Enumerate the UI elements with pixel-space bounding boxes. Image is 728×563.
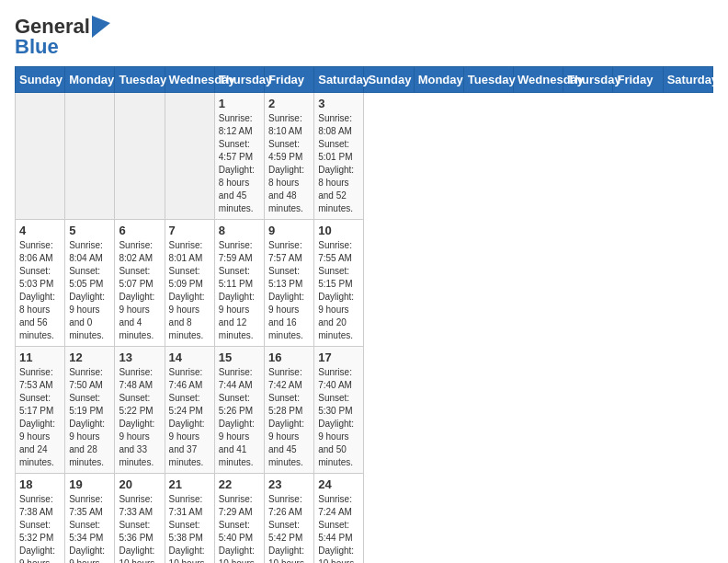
day-content: Sunrise: 7:50 AMSunset: 5:19 PMDaylight:… <box>69 366 110 469</box>
day-header-thursday: Thursday <box>214 67 264 93</box>
day-number: 15 <box>219 350 260 364</box>
calendar-cell: 17Sunrise: 7:40 AMSunset: 5:30 PMDayligh… <box>314 347 364 474</box>
day-content: Sunrise: 8:10 AMSunset: 4:59 PMDaylight:… <box>268 112 310 215</box>
day-number: 11 <box>19 350 61 364</box>
day-header-monday: Monday <box>65 67 115 93</box>
day-content: Sunrise: 7:57 AMSunset: 5:13 PMDaylight:… <box>268 239 310 342</box>
day-number: 17 <box>318 350 359 364</box>
day-content: Sunrise: 7:40 AMSunset: 5:30 PMDaylight:… <box>318 366 359 469</box>
day-header-saturday: Saturday <box>314 67 364 93</box>
calendar-cell: 13Sunrise: 7:48 AMSunset: 5:22 PMDayligh… <box>115 347 165 474</box>
day-content: Sunrise: 7:29 AMSunset: 5:40 PMDaylight:… <box>219 493 260 563</box>
calendar-cell: 22Sunrise: 7:29 AMSunset: 5:40 PMDayligh… <box>214 474 264 564</box>
day-content: Sunrise: 7:24 AMSunset: 5:44 PMDaylight:… <box>318 493 359 563</box>
day-header-wednesday: Wednesday <box>165 67 214 93</box>
calendar-cell: 19Sunrise: 7:35 AMSunset: 5:34 PMDayligh… <box>65 474 115 564</box>
logo: General Blue <box>15 15 110 59</box>
day-content: Sunrise: 7:59 AMSunset: 5:11 PMDaylight:… <box>219 239 260 342</box>
day-number: 1 <box>219 97 260 110</box>
day-number: 21 <box>169 477 210 491</box>
calendar-cell: 16Sunrise: 7:42 AMSunset: 5:28 PMDayligh… <box>265 347 314 474</box>
day-number: 19 <box>69 477 110 491</box>
day-header-sunday: Sunday <box>16 67 65 93</box>
day-number: 24 <box>318 477 359 491</box>
day-content: Sunrise: 7:48 AMSunset: 5:22 PMDaylight:… <box>119 366 160 469</box>
day-content: Sunrise: 7:44 AMSunset: 5:26 PMDaylight:… <box>219 366 260 469</box>
weekday-header-sunday: Sunday <box>364 67 414 93</box>
calendar-cell <box>65 93 115 220</box>
calendar-cell: 9Sunrise: 7:57 AMSunset: 5:13 PMDaylight… <box>265 220 314 347</box>
calendar-cell: 23Sunrise: 7:26 AMSunset: 5:42 PMDayligh… <box>265 474 314 564</box>
day-number: 13 <box>119 350 160 364</box>
day-content: Sunrise: 7:42 AMSunset: 5:28 PMDaylight:… <box>268 366 310 469</box>
day-number: 18 <box>19 477 61 491</box>
weekday-header-thursday: Thursday <box>563 67 613 93</box>
day-content: Sunrise: 7:46 AMSunset: 5:24 PMDaylight:… <box>169 366 210 469</box>
calendar-cell: 15Sunrise: 7:44 AMSunset: 5:26 PMDayligh… <box>214 347 264 474</box>
day-number: 5 <box>69 224 110 237</box>
day-content: Sunrise: 8:08 AMSunset: 5:01 PMDaylight:… <box>318 112 359 215</box>
calendar-cell: 12Sunrise: 7:50 AMSunset: 5:19 PMDayligh… <box>65 347 115 474</box>
calendar-cell <box>16 93 65 220</box>
calendar-cell <box>165 93 214 220</box>
weekday-header-monday: Monday <box>414 67 463 93</box>
day-header-friday: Friday <box>265 67 314 93</box>
day-number: 8 <box>219 224 260 237</box>
day-header-tuesday: Tuesday <box>115 67 165 93</box>
weekday-header-friday: Friday <box>613 67 663 93</box>
calendar-cell: 20Sunrise: 7:33 AMSunset: 5:36 PMDayligh… <box>115 474 165 564</box>
calendar-cell: 18Sunrise: 7:38 AMSunset: 5:32 PMDayligh… <box>16 474 65 564</box>
day-content: Sunrise: 8:12 AMSunset: 4:57 PMDaylight:… <box>219 112 260 215</box>
calendar-week-row: 18Sunrise: 7:38 AMSunset: 5:32 PMDayligh… <box>16 474 713 564</box>
day-number: 14 <box>169 350 210 364</box>
calendar-cell: 14Sunrise: 7:46 AMSunset: 5:24 PMDayligh… <box>165 347 214 474</box>
day-number: 20 <box>119 477 160 491</box>
day-number: 7 <box>169 224 210 237</box>
calendar-cell: 7Sunrise: 8:01 AMSunset: 5:09 PMDaylight… <box>165 220 214 347</box>
day-content: Sunrise: 7:26 AMSunset: 5:42 PMDaylight:… <box>268 493 310 563</box>
calendar-cell: 5Sunrise: 8:04 AMSunset: 5:05 PMDaylight… <box>65 220 115 347</box>
page-header: General Blue <box>15 15 713 59</box>
day-content: Sunrise: 7:55 AMSunset: 5:15 PMDaylight:… <box>318 239 359 342</box>
calendar-header-row: SundayMondayTuesdayWednesdayThursdayFrid… <box>16 67 713 93</box>
calendar-cell: 3Sunrise: 8:08 AMSunset: 5:01 PMDaylight… <box>314 93 364 220</box>
calendar-cell: 24Sunrise: 7:24 AMSunset: 5:44 PMDayligh… <box>314 474 364 564</box>
day-number: 6 <box>119 224 160 237</box>
day-number: 23 <box>268 477 310 491</box>
calendar-cell: 10Sunrise: 7:55 AMSunset: 5:15 PMDayligh… <box>314 220 364 347</box>
calendar-cell: 4Sunrise: 8:06 AMSunset: 5:03 PMDaylight… <box>16 220 65 347</box>
day-content: Sunrise: 7:38 AMSunset: 5:32 PMDaylight:… <box>19 493 61 563</box>
day-content: Sunrise: 7:33 AMSunset: 5:36 PMDaylight:… <box>119 493 160 563</box>
svg-marker-0 <box>92 16 110 38</box>
calendar-week-row: 11Sunrise: 7:53 AMSunset: 5:17 PMDayligh… <box>16 347 713 474</box>
day-number: 4 <box>19 224 61 237</box>
day-content: Sunrise: 8:06 AMSunset: 5:03 PMDaylight:… <box>19 239 61 342</box>
day-number: 12 <box>69 350 110 364</box>
day-number: 16 <box>268 350 310 364</box>
day-number: 2 <box>268 97 310 110</box>
calendar-cell: 11Sunrise: 7:53 AMSunset: 5:17 PMDayligh… <box>16 347 65 474</box>
day-content: Sunrise: 8:04 AMSunset: 5:05 PMDaylight:… <box>69 239 110 342</box>
calendar-cell <box>115 93 165 220</box>
calendar-cell: 8Sunrise: 7:59 AMSunset: 5:11 PMDaylight… <box>214 220 264 347</box>
calendar-cell: 2Sunrise: 8:10 AMSunset: 4:59 PMDaylight… <box>265 93 314 220</box>
weekday-header-tuesday: Tuesday <box>463 67 513 93</box>
calendar-cell: 21Sunrise: 7:31 AMSunset: 5:38 PMDayligh… <box>165 474 214 564</box>
calendar-week-row: 4Sunrise: 8:06 AMSunset: 5:03 PMDaylight… <box>16 220 713 347</box>
day-number: 3 <box>318 97 359 110</box>
day-content: Sunrise: 8:02 AMSunset: 5:07 PMDaylight:… <box>119 239 160 342</box>
weekday-header-wednesday: Wednesday <box>514 67 563 93</box>
day-content: Sunrise: 8:01 AMSunset: 5:09 PMDaylight:… <box>169 239 210 342</box>
day-number: 22 <box>219 477 260 491</box>
calendar-cell: 1Sunrise: 8:12 AMSunset: 4:57 PMDaylight… <box>214 93 264 220</box>
calendar-week-row: 1Sunrise: 8:12 AMSunset: 4:57 PMDaylight… <box>16 93 713 220</box>
weekday-header-saturday: Saturday <box>663 67 712 93</box>
day-number: 9 <box>268 224 310 237</box>
day-content: Sunrise: 7:35 AMSunset: 5:34 PMDaylight:… <box>69 493 110 563</box>
logo-icon <box>92 16 110 38</box>
calendar-cell: 6Sunrise: 8:02 AMSunset: 5:07 PMDaylight… <box>115 220 165 347</box>
day-content: Sunrise: 7:31 AMSunset: 5:38 PMDaylight:… <box>169 493 210 563</box>
calendar-table: SundayMondayTuesdayWednesdayThursdayFrid… <box>15 66 713 563</box>
day-number: 10 <box>318 224 359 237</box>
day-content: Sunrise: 7:53 AMSunset: 5:17 PMDaylight:… <box>19 366 61 469</box>
